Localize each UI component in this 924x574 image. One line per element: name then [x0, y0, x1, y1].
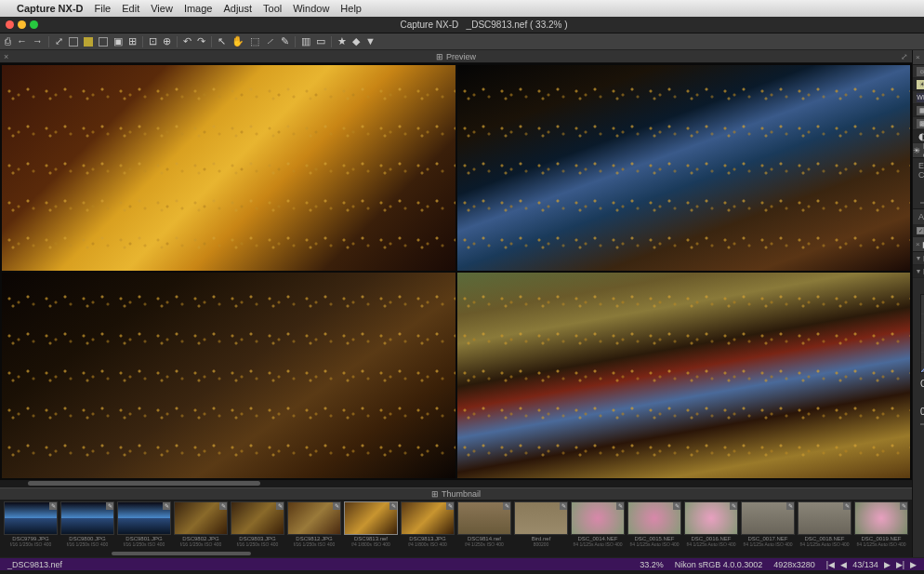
thumbnail-item[interactable]: ✎DSC_0017.NEFf/4 1/125s Auto ISO 400 [741, 501, 795, 549]
forward-icon[interactable]: → [33, 36, 43, 47]
exposure-label: Exposure Compensation [913, 158, 924, 182]
crop-icon[interactable]: ⬚ [250, 36, 259, 47]
thumb-metadata: f/16 1/250s ISO 400 [4, 541, 58, 547]
zoom-icon[interactable]: ⊕ [163, 36, 171, 47]
adjustment-row-2[interactable]: ☀ ▾ [913, 78, 924, 91]
curves-channel-row[interactable]: ▾ RGB [913, 265, 924, 278]
thumbnail-item[interactable]: ✎DSC_0016.NEFf/4 1/125s Auto ISO 400 [684, 501, 738, 549]
grid-view-icon[interactable] [69, 37, 78, 47]
menu-view[interactable]: View [151, 3, 173, 14]
exposure-comp-header[interactable]: × ☀ Exposure Compensation ⤢ [913, 143, 924, 158]
fit-icon[interactable]: ⊡ [149, 36, 157, 47]
noise-icon: ▩ [917, 119, 924, 128]
close-preview-icon[interactable]: × [4, 52, 8, 61]
single-view-icon[interactable] [99, 37, 108, 47]
close-panel-icon[interactable]: × [916, 53, 920, 61]
nav-prev-icon[interactable]: ◀ [840, 560, 847, 569]
open-icon[interactable]: ⤢ [55, 36, 63, 47]
adjustment-row-5[interactable]: ▩ ▾ Original [913, 117, 924, 130]
preview-grid[interactable] [0, 63, 912, 480]
thumbnail-item[interactable]: ✎DSC9802.JPGf/16 1/250s ISO 400 [174, 501, 228, 549]
menu-window[interactable]: Window [293, 3, 329, 14]
star-icon[interactable]: ★ [337, 36, 347, 47]
menu-help[interactable]: Help [340, 3, 362, 14]
back-icon[interactable]: ← [17, 36, 27, 47]
rotate-ccw-icon[interactable]: ↶ [183, 36, 191, 47]
nav-next-icon[interactable]: ▶ [884, 560, 891, 569]
nav-last-icon[interactable]: ▶| [896, 560, 904, 569]
split-icon[interactable]: ⊞ [128, 36, 137, 47]
gamma-slider[interactable] [913, 419, 924, 430]
thumbnail-strip[interactable]: ✎DSC9799.JPGf/16 1/250s ISO 400✎DSC9800.… [0, 500, 912, 551]
thumbnail-item[interactable]: ✎DSC9799.JPGf/16 1/250s ISO 400 [4, 501, 58, 549]
thumbnail-item[interactable]: ✎DSC9812.JPGf/16 1/250s ISO 400 [287, 501, 341, 549]
status-profile: Nikon sRGB 4.0.0.3002 [675, 560, 763, 569]
thumbnail-item[interactable]: ✎DSC_0014.NEFf/4 1/125s Auto ISO 400 [571, 501, 625, 549]
menu-adjust[interactable]: Adjust [223, 3, 252, 14]
pointer-icon[interactable]: ↖ [218, 36, 226, 47]
thumbnail-item[interactable]: ✎DSC9800.JPGf/16 1/250s ISO 400 [60, 501, 114, 549]
filter-icon[interactable]: ▼ [365, 36, 376, 47]
range-min: 0 [920, 407, 924, 417]
straighten-icon[interactable]: ⟋ [265, 36, 275, 47]
curves-mode-row[interactable]: ▾ Manual [913, 252, 924, 265]
thumbnail-item[interactable]: ✎DSC9803.JPGf/16 1/250s ISO 400 [231, 501, 284, 549]
edit-badge-icon: ✎ [616, 502, 624, 510]
thumb-metadata: f/16 1/250s ISO 400 [287, 541, 341, 547]
thumbnail-item[interactable]: ✎DSC_0019.NEFf/4 1/125s Auto ISO 400 [854, 501, 908, 549]
dropdown-icon[interactable]: ▾ [917, 267, 920, 275]
preview-quadrant-2[interactable] [457, 65, 911, 271]
close-window-button[interactable] [6, 20, 14, 29]
thumb-view-icon[interactable] [84, 37, 93, 47]
menu-image[interactable]: Image [184, 3, 213, 14]
nav-position: 43/134 [852, 560, 878, 569]
print-icon[interactable]: ⎙ [5, 36, 11, 47]
menu-tool[interactable]: Tool [263, 3, 282, 14]
edit-badge-icon: ✎ [673, 502, 680, 510]
tool-icon[interactable]: ◐ [918, 131, 924, 141]
minimize-window-button[interactable] [18, 20, 26, 29]
close-icon[interactable]: × [916, 240, 920, 248]
thumbnail-item[interactable]: ✎DSC_0018.NEFf/4 1/125s Auto ISO 400 [798, 501, 851, 549]
curves-header[interactable]: × ◩ Levels & Curves ⤢ [913, 237, 924, 252]
hand-icon[interactable]: ✋ [231, 36, 244, 47]
preview-quadrant-3[interactable] [2, 273, 455, 478]
preview-quadrant-1[interactable] [2, 65, 455, 271]
edit-badge-icon: ✎ [163, 502, 170, 510]
thumbnail-item[interactable]: ✎DSC9801.JPGf/16 1/250s ISO 400 [117, 501, 171, 549]
nav-play-icon[interactable]: ▶ [910, 560, 917, 569]
nav-first-icon[interactable]: |◀ [826, 560, 835, 569]
preview-quadrant-4[interactable] [457, 273, 911, 478]
adjustment-row-4[interactable]: ▦ ▾ Original [913, 104, 924, 117]
adjustment-row-3[interactable]: WB ▾ Manual [913, 91, 924, 104]
adjustment-row-1[interactable]: ☼ ▾ Manual [913, 65, 924, 78]
close-icon[interactable]: × [916, 146, 920, 154]
thumb-metadata: f/16 1/250s ISO 400 [117, 541, 171, 547]
monitor-icon[interactable]: ▭ [316, 36, 325, 47]
curves-editor[interactable] [920, 294, 924, 373]
dropdown-icon[interactable]: ▾ [917, 254, 920, 262]
expand-preview-icon[interactable]: ⤢ [901, 52, 908, 61]
thumbnail-item[interactable]: ✎DSC9813.JPGf/4 1/800s ISO 400 [401, 501, 455, 549]
compare-icon[interactable]: ▣ [113, 36, 123, 47]
label-icon[interactable]: ◆ [352, 36, 360, 47]
edit-badge-icon: ✎ [106, 502, 113, 510]
exposure-slider[interactable] [913, 197, 924, 208]
thumbnail-item[interactable]: ✎DSC9814.neff/4 1/250s ISO 400 [457, 501, 511, 549]
menu-edit[interactable]: Edit [122, 3, 139, 14]
app-menu[interactable]: Capture NX-D [17, 3, 84, 14]
gamma-label: Gamma [920, 379, 924, 389]
preview-scrollbar[interactable] [0, 480, 912, 487]
eyedropper-icon[interactable]: ✎ [281, 36, 289, 47]
zoom-window-button[interactable] [30, 20, 38, 29]
thumbnail-scrollbar[interactable] [0, 551, 912, 557]
thumb-metadata: f/16 1/250s ISO 400 [231, 541, 284, 547]
thumbnail-item[interactable]: ✎Bird.nef800200 [514, 501, 568, 549]
rotate-cw-icon[interactable]: ↷ [197, 36, 205, 47]
thumbnail-item[interactable]: ✎DSC9813.neff/4 1/800s ISO 400 [344, 501, 398, 549]
dlighting-row[interactable]: ✓ Unchanged [913, 224, 924, 237]
thumbnail-item[interactable]: ✎DSC_0015.NEFf/4 1/125s Auto ISO 400 [627, 501, 681, 549]
menu-file[interactable]: File [95, 3, 112, 14]
histogram-icon[interactable]: ▥ [301, 36, 310, 47]
checkbox-icon[interactable]: ✓ [917, 227, 924, 234]
